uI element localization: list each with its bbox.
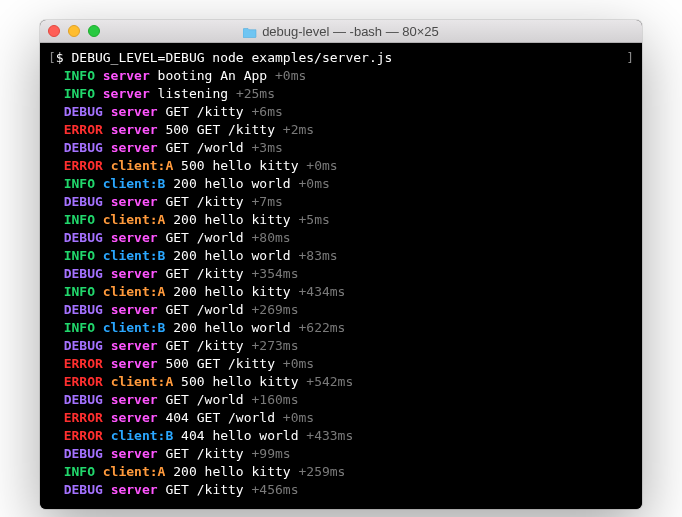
log-message: GET /kitty bbox=[165, 266, 243, 281]
log-line: INFO client:A 200 hello kitty +434ms bbox=[48, 283, 634, 301]
titlebar: debug-level — -bash — 80×25 bbox=[40, 20, 642, 43]
log-timing: +269ms bbox=[252, 302, 299, 317]
log-namespace: client:A bbox=[111, 158, 174, 173]
log-message: 500 hello kitty bbox=[181, 374, 298, 389]
folder-icon bbox=[243, 26, 257, 37]
minimize-button[interactable] bbox=[68, 25, 80, 37]
log-timing: +5ms bbox=[298, 212, 329, 227]
log-line: DEBUG server GET /kitty +273ms bbox=[48, 337, 634, 355]
log-namespace: server bbox=[111, 122, 158, 137]
prompt-line: [$ DEBUG_LEVEL=DEBUG node examples/serve… bbox=[48, 49, 634, 67]
log-timing: +2ms bbox=[283, 122, 314, 137]
log-level: INFO bbox=[64, 212, 95, 227]
log-message: GET /kitty bbox=[165, 104, 243, 119]
log-message: 500 hello kitty bbox=[181, 158, 298, 173]
prompt-close: ] bbox=[626, 49, 634, 67]
log-line: DEBUG server GET /kitty +99ms bbox=[48, 445, 634, 463]
log-message: GET /world bbox=[165, 230, 243, 245]
log-level: DEBUG bbox=[64, 104, 103, 119]
log-timing: +273ms bbox=[252, 338, 299, 353]
log-namespace: server bbox=[111, 338, 158, 353]
log-level: DEBUG bbox=[64, 194, 103, 209]
log-namespace: server bbox=[111, 302, 158, 317]
log-line: INFO server booting An App +0ms bbox=[48, 67, 634, 85]
log-line: ERROR server 500 GET /kitty +0ms bbox=[48, 355, 634, 373]
log-namespace: server bbox=[111, 356, 158, 371]
log-message: 200 hello kitty bbox=[173, 284, 290, 299]
log-level: DEBUG bbox=[64, 338, 103, 353]
log-line: ERROR client:B 404 hello world +433ms bbox=[48, 427, 634, 445]
log-line: ERROR client:A 500 hello kitty +542ms bbox=[48, 373, 634, 391]
log-namespace: server bbox=[111, 446, 158, 461]
log-line: INFO server listening +25ms bbox=[48, 85, 634, 103]
log-namespace: client:B bbox=[103, 320, 166, 335]
zoom-button[interactable] bbox=[88, 25, 100, 37]
log-timing: +6ms bbox=[252, 104, 283, 119]
terminal-body[interactable]: [$ DEBUG_LEVEL=DEBUG node examples/serve… bbox=[40, 43, 642, 509]
log-namespace: server bbox=[103, 68, 150, 83]
log-level: INFO bbox=[64, 86, 95, 101]
log-level: DEBUG bbox=[64, 266, 103, 281]
close-button[interactable] bbox=[48, 25, 60, 37]
log-message: GET /kitty bbox=[165, 338, 243, 353]
log-timing: +433ms bbox=[306, 428, 353, 443]
log-message: 200 hello world bbox=[173, 248, 290, 263]
log-namespace: server bbox=[103, 86, 150, 101]
log-timing: +7ms bbox=[252, 194, 283, 209]
log-namespace: client:A bbox=[103, 464, 166, 479]
log-namespace: client:B bbox=[111, 428, 174, 443]
traffic-lights bbox=[48, 25, 100, 37]
prompt-command: DEBUG_LEVEL=DEBUG node examples/server.j… bbox=[71, 50, 392, 65]
log-level: INFO bbox=[64, 464, 95, 479]
log-namespace: client:B bbox=[103, 176, 166, 191]
log-message: GET /world bbox=[165, 140, 243, 155]
log-namespace: server bbox=[111, 194, 158, 209]
log-timing: +99ms bbox=[252, 446, 291, 461]
log-message: 200 hello kitty bbox=[173, 212, 290, 227]
log-message: 404 hello world bbox=[181, 428, 298, 443]
log-level: DEBUG bbox=[64, 446, 103, 461]
log-timing: +259ms bbox=[298, 464, 345, 479]
log-namespace: server bbox=[111, 392, 158, 407]
log-level: INFO bbox=[64, 284, 95, 299]
log-level: DEBUG bbox=[64, 482, 103, 497]
log-message: 200 hello kitty bbox=[173, 464, 290, 479]
log-line: DEBUG server GET /world +80ms bbox=[48, 229, 634, 247]
log-level: ERROR bbox=[64, 158, 103, 173]
log-level: ERROR bbox=[64, 122, 103, 137]
log-timing: +354ms bbox=[252, 266, 299, 281]
log-timing: +622ms bbox=[298, 320, 345, 335]
log-namespace: client:A bbox=[103, 284, 166, 299]
log-message: GET /kitty bbox=[165, 482, 243, 497]
log-message: 500 GET /kitty bbox=[165, 356, 275, 371]
log-line: ERROR server 500 GET /kitty +2ms bbox=[48, 121, 634, 139]
log-line: INFO client:B 200 hello world +622ms bbox=[48, 319, 634, 337]
log-line: DEBUG server GET /kitty +354ms bbox=[48, 265, 634, 283]
log-line: DEBUG server GET /world +269ms bbox=[48, 301, 634, 319]
log-timing: +456ms bbox=[252, 482, 299, 497]
log-level: DEBUG bbox=[64, 392, 103, 407]
log-namespace: server bbox=[111, 140, 158, 155]
log-namespace: server bbox=[111, 104, 158, 119]
log-timing: +160ms bbox=[252, 392, 299, 407]
log-message: listening bbox=[158, 86, 228, 101]
log-line: ERROR server 404 GET /world +0ms bbox=[48, 409, 634, 427]
log-line: DEBUG server GET /world +160ms bbox=[48, 391, 634, 409]
log-timing: +0ms bbox=[275, 68, 306, 83]
log-line: DEBUG server GET /kitty +7ms bbox=[48, 193, 634, 211]
log-line: DEBUG server GET /world +3ms bbox=[48, 139, 634, 157]
log-line: INFO client:B 200 hello world +83ms bbox=[48, 247, 634, 265]
prompt-symbol: $ bbox=[56, 50, 64, 65]
log-level: ERROR bbox=[64, 356, 103, 371]
log-namespace: client:A bbox=[103, 212, 166, 227]
log-namespace: client:B bbox=[103, 248, 166, 263]
log-level: INFO bbox=[64, 248, 95, 263]
log-message: booting An App bbox=[158, 68, 268, 83]
log-namespace: server bbox=[111, 482, 158, 497]
log-message: 500 GET /kitty bbox=[165, 122, 275, 137]
log-namespace: server bbox=[111, 410, 158, 425]
log-line: INFO client:A 200 hello kitty +259ms bbox=[48, 463, 634, 481]
log-message: GET /world bbox=[165, 392, 243, 407]
terminal-window: debug-level — -bash — 80×25 [$ DEBUG_LEV… bbox=[40, 20, 642, 509]
log-line: INFO client:A 200 hello kitty +5ms bbox=[48, 211, 634, 229]
